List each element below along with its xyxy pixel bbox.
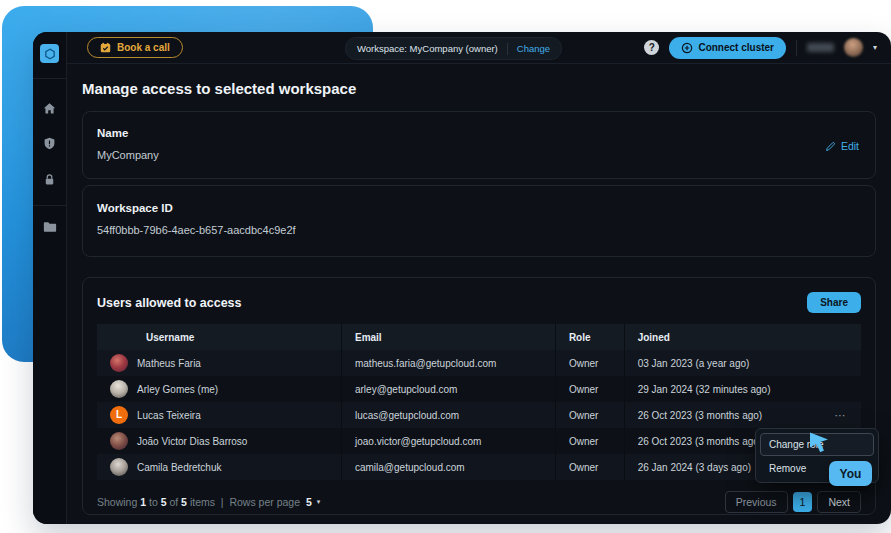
role-cell: Owner bbox=[555, 402, 624, 428]
calendar-check-icon bbox=[100, 42, 111, 53]
sidebar bbox=[33, 32, 67, 524]
app-window: Book a call Workspace: MyCompany (owner)… bbox=[33, 32, 891, 524]
table-header-row: Username Email Role Joined bbox=[97, 324, 861, 350]
workspace-id-value: 54ff0bbb-79b6-4aec-b657-aacdbc4c9e2f bbox=[97, 224, 861, 236]
you-cursor-badge: You bbox=[829, 461, 872, 486]
workspace-pill-divider bbox=[507, 43, 508, 55]
table-row[interactable]: LLucas Teixeira lucas@getupcloud.com Own… bbox=[97, 402, 861, 428]
user-avatar[interactable] bbox=[844, 38, 863, 57]
avatar bbox=[110, 432, 128, 450]
lock-icon bbox=[43, 173, 56, 186]
role-cell: Owner bbox=[555, 376, 624, 402]
pencil-icon bbox=[825, 141, 836, 152]
table-row[interactable]: Arley Gomes (me) arley@getupcloud.com Ow… bbox=[97, 376, 861, 402]
next-page-button[interactable]: Next bbox=[817, 491, 861, 513]
home-icon bbox=[43, 102, 56, 115]
email-cell: lucas@getupcloud.com bbox=[341, 402, 555, 428]
col-header-role: Role bbox=[555, 324, 624, 350]
avatar bbox=[110, 380, 128, 398]
email-cell: matheus.faria@getupcloud.com bbox=[341, 350, 555, 376]
shield-icon bbox=[43, 137, 56, 150]
sidebar-item-security[interactable] bbox=[33, 133, 66, 153]
folder-icon bbox=[43, 220, 57, 234]
email-cell: arley@getupcloud.com bbox=[341, 376, 555, 402]
users-table: Username Email Role Joined Matheus Faria… bbox=[97, 324, 861, 480]
sidebar-divider bbox=[33, 78, 66, 79]
pagination: Previous 1 Next bbox=[725, 491, 861, 513]
username-cell: João Victor Dias Barroso bbox=[137, 436, 247, 447]
footer-pipe: | bbox=[221, 496, 224, 508]
avatar bbox=[110, 458, 128, 476]
users-title: Users allowed to access bbox=[97, 296, 242, 310]
email-cell: camila@getupcloud.com bbox=[341, 454, 555, 480]
share-button[interactable]: Share bbox=[807, 292, 861, 313]
sidebar-divider bbox=[33, 205, 66, 206]
showing-total: 5 bbox=[181, 496, 187, 508]
role-cell: Owner bbox=[555, 454, 624, 480]
workspace-id-card: Workspace ID 54ff0bbb-79b6-4aec-b657-aac… bbox=[82, 185, 876, 257]
edit-name-button[interactable]: Edit bbox=[825, 140, 859, 152]
table-row[interactable]: João Victor Dias Barroso joao.victor@get… bbox=[97, 428, 861, 454]
edit-label: Edit bbox=[841, 140, 859, 152]
joined-cell: 26 Oct 2023 (3 months ago) bbox=[638, 410, 763, 421]
name-value: MyCompany bbox=[97, 149, 861, 161]
app-logo[interactable] bbox=[40, 44, 59, 63]
sidebar-item-projects[interactable] bbox=[33, 217, 66, 237]
showing-label: Showing bbox=[97, 496, 137, 508]
current-page-button[interactable]: 1 bbox=[793, 492, 813, 512]
name-label: Name bbox=[97, 127, 861, 139]
workspace-id-label: Workspace ID bbox=[97, 202, 861, 214]
name-card: Name MyCompany Edit bbox=[82, 111, 876, 179]
email-cell: joao.victor@getupcloud.com bbox=[341, 428, 555, 454]
user-menu-chevron-down-icon[interactable]: ▾ bbox=[873, 43, 877, 52]
joined-cell: 29 Jan 2024 (32 minutes ago) bbox=[624, 376, 861, 402]
user-name-redacted bbox=[807, 43, 834, 52]
help-icon[interactable]: ? bbox=[644, 40, 659, 55]
username-cell: Camila Bedretchuk bbox=[137, 462, 221, 473]
page-title: Manage access to selected workspace bbox=[82, 80, 876, 97]
logo-hexagon-icon bbox=[44, 48, 56, 60]
book-a-call-button[interactable]: Book a call bbox=[87, 37, 183, 58]
role-cell: Owner bbox=[555, 428, 624, 454]
avatar bbox=[110, 354, 128, 372]
table-row[interactable]: Camila Bedretchuk camila@getupcloud.com … bbox=[97, 454, 861, 480]
topbar-right-group: ? Connect cluster ▾ bbox=[644, 37, 877, 59]
rows-per-page-select[interactable]: 5 ▾ bbox=[306, 496, 320, 508]
workspace-pill-label: Workspace: MyCompany (owner) bbox=[357, 43, 498, 54]
table-row[interactable]: Matheus Faria matheus.faria@getupcloud.c… bbox=[97, 350, 861, 376]
joined-cell: 03 Jan 2023 (a year ago) bbox=[624, 350, 861, 376]
context-menu-item-change-role[interactable]: Change role bbox=[760, 433, 874, 456]
col-header-username: Username bbox=[97, 324, 341, 350]
role-cell: Owner bbox=[555, 350, 624, 376]
connect-cluster-button[interactable]: Connect cluster bbox=[669, 37, 786, 59]
col-header-email: Email bbox=[341, 324, 555, 350]
rows-per-page-caret-down-icon: ▾ bbox=[317, 498, 321, 506]
workspace-pill: Workspace: MyCompany (owner) Change bbox=[345, 37, 562, 60]
col-header-joined: Joined bbox=[624, 324, 861, 350]
change-workspace-link[interactable]: Change bbox=[517, 43, 550, 54]
topbar-divider bbox=[796, 40, 797, 56]
connect-cluster-label: Connect cluster bbox=[698, 42, 774, 53]
showing-from: 1 bbox=[140, 496, 146, 508]
rows-per-page-label: Rows per page bbox=[229, 496, 300, 508]
sidebar-item-secrets[interactable] bbox=[33, 169, 66, 189]
row-actions-ellipsis-icon[interactable]: ⋯ bbox=[835, 409, 848, 422]
topbar: Book a call Workspace: MyCompany (owner)… bbox=[67, 32, 891, 64]
showing-to: 5 bbox=[161, 496, 167, 508]
username-cell: Arley Gomes (me) bbox=[137, 384, 218, 395]
table-footer: Showing 1 to 5 of 5 items | Rows per pag… bbox=[97, 491, 861, 513]
previous-page-button[interactable]: Previous bbox=[725, 491, 788, 513]
avatar: L bbox=[110, 406, 128, 424]
book-a-call-label: Book a call bbox=[117, 42, 170, 53]
username-cell: Matheus Faria bbox=[137, 358, 201, 369]
plus-circle-icon bbox=[681, 42, 693, 54]
sidebar-item-home[interactable] bbox=[33, 98, 66, 118]
users-card-header: Users allowed to access Share bbox=[97, 292, 861, 313]
username-cell: Lucas Teixeira bbox=[137, 410, 201, 421]
